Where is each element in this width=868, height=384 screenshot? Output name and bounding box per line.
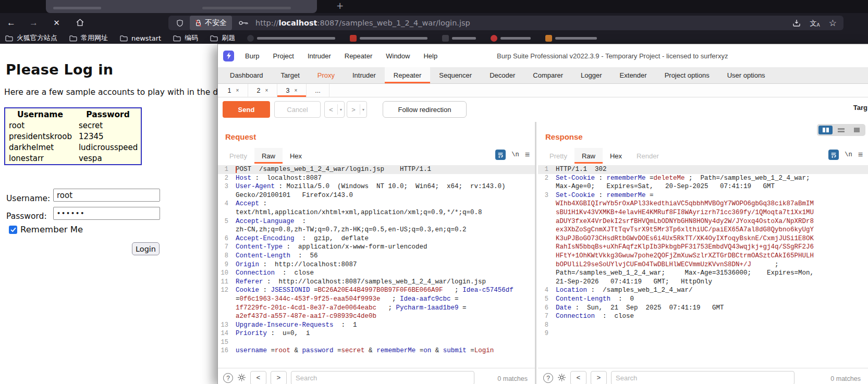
bookmark-item[interactable]: 常用网址 bbox=[69, 33, 108, 43]
view-tab-hex[interactable]: Hex bbox=[603, 148, 629, 164]
translate-icon[interactable]: 文A bbox=[810, 20, 820, 27]
line-text: ex3XbZoSgCnmXJTtTqvTsrX9t5Mr3Tp6xlthiUC/… bbox=[552, 226, 814, 234]
home-button[interactable] bbox=[72, 15, 88, 30]
url-bar[interactable]: 不安全 http://localhost:8087/samples_web_1_… bbox=[168, 16, 843, 30]
previous-request-button[interactable]: <▼ bbox=[324, 101, 345, 118]
bookmark-label: newstart bbox=[131, 34, 161, 42]
tab-logger[interactable]: Logger bbox=[572, 67, 610, 83]
tab-user-options[interactable]: User options bbox=[718, 67, 774, 83]
tab-repeater[interactable]: Repeater bbox=[385, 67, 430, 83]
repeater-tab-...[interactable]: ... bbox=[307, 84, 329, 97]
view-tab-raw[interactable]: Raw bbox=[254, 148, 283, 164]
view-tab-pretty[interactable]: Pretty bbox=[542, 148, 574, 164]
repeater-tab-label: 1 bbox=[228, 87, 231, 94]
view-tab-render[interactable]: Render bbox=[629, 148, 666, 164]
close-tab-icon[interactable]: × bbox=[265, 88, 268, 93]
remember-me-checkbox[interactable] bbox=[9, 226, 17, 234]
search-next-button[interactable]: > bbox=[271, 371, 287, 384]
menu-icon[interactable]: ≡ bbox=[525, 151, 530, 159]
menu-item-intruder[interactable]: Intruder bbox=[301, 52, 338, 60]
bookmark-fragment[interactable] bbox=[491, 35, 531, 42]
line-text: HTTP/1.1 302 bbox=[552, 165, 607, 174]
menu-item-project[interactable]: Project bbox=[266, 52, 300, 60]
settings-gear-icon[interactable] bbox=[237, 373, 246, 384]
line-text: 1f7229fc-201c-4cd1-8e37-a7de0064eabc ; P… bbox=[232, 304, 467, 313]
tab-proxy[interactable]: Proxy bbox=[309, 67, 344, 83]
tab-target[interactable]: Target bbox=[272, 67, 309, 83]
newline-toggle[interactable]: \n bbox=[511, 151, 519, 158]
request-search-input[interactable] bbox=[291, 371, 474, 384]
close-tab-icon[interactable]: × bbox=[236, 88, 239, 93]
request-editor[interactable]: 1POST /samples_web_1_2_4_war/login.jsp H… bbox=[218, 164, 535, 368]
view-tab-raw[interactable]: Raw bbox=[574, 148, 603, 164]
search-prev-button[interactable]: < bbox=[250, 371, 266, 384]
line-text: Upgrade-Insecure-Requests : 1 bbox=[232, 321, 357, 330]
bookmark-item[interactable]: 火狐官方站点 bbox=[5, 33, 57, 43]
bookmark-fragment[interactable] bbox=[247, 35, 335, 42]
menu-item-help[interactable]: Help bbox=[417, 52, 444, 60]
tab-sequencer[interactable]: Sequencer bbox=[430, 67, 481, 83]
response-editor[interactable]: 1HTTP/1.1 3022Set-Cookie : rememberMe =d… bbox=[538, 164, 868, 368]
repeater-tab-2[interactable]: 2× bbox=[248, 84, 277, 97]
password-field[interactable] bbox=[53, 207, 160, 220]
line-text: K3uPJBoGO73CHsdRtbGWvDOEs6i4Ux5RkTT/XK4O… bbox=[552, 234, 814, 243]
search-prev-button[interactable]: < bbox=[570, 371, 586, 384]
insecure-connection-chip[interactable]: 不安全 bbox=[190, 16, 232, 30]
shield-icon[interactable] bbox=[176, 19, 184, 28]
line-number: 3 bbox=[538, 191, 552, 200]
save-page-icon[interactable] bbox=[792, 18, 801, 28]
bookmark-item[interactable]: newstart bbox=[120, 34, 161, 42]
menu-item-repeater[interactable]: Repeater bbox=[338, 52, 379, 60]
repeater-tab-1[interactable]: 1× bbox=[219, 84, 248, 97]
word-wrap-icon[interactable] bbox=[828, 150, 839, 160]
tab-dashboard[interactable]: Dashboard bbox=[221, 67, 272, 83]
view-tab-hex[interactable]: Hex bbox=[283, 148, 309, 164]
intro-text: Here are a few sample accounts to play w… bbox=[4, 88, 223, 97]
follow-redirection-button[interactable]: Follow redirection bbox=[383, 101, 467, 118]
line-number bbox=[538, 182, 552, 191]
bookmark-item[interactable]: 编码 bbox=[173, 33, 198, 43]
line-text: Max-Age=0; Expires=Sat, 20-Sep-2025 07:4… bbox=[552, 182, 775, 191]
bookmark-fragment[interactable] bbox=[350, 35, 427, 42]
login-button[interactable]: Login bbox=[132, 242, 160, 255]
next-request-button[interactable]: >▼ bbox=[347, 101, 367, 118]
tab-extender[interactable]: Extender bbox=[611, 67, 656, 83]
bookmark-star-icon[interactable]: ☆ bbox=[829, 18, 837, 28]
new-tab-button[interactable]: + bbox=[336, 1, 344, 11]
settings-gear-icon[interactable] bbox=[557, 373, 566, 384]
dropdown-caret-icon[interactable]: ▼ bbox=[360, 108, 366, 112]
bookmark-item[interactable]: 刷题 bbox=[210, 33, 235, 43]
username-field[interactable] bbox=[53, 189, 160, 202]
editor-line: 14Priority : u=0, i bbox=[218, 329, 535, 338]
url-text[interactable]: http://localhost:8087/samples_web_1_2_4_… bbox=[255, 19, 470, 27]
close-tab-icon[interactable]: × bbox=[295, 88, 298, 93]
tab-comparer[interactable]: Comparer bbox=[524, 67, 572, 83]
response-search-input[interactable] bbox=[611, 371, 794, 384]
line-number: 9 bbox=[218, 261, 232, 269]
menu-item-window[interactable]: Window bbox=[379, 52, 417, 60]
send-button[interactable]: Send bbox=[223, 101, 270, 118]
menu-item-burp[interactable]: Burp bbox=[238, 52, 266, 60]
back-button[interactable]: ← bbox=[3, 15, 19, 30]
word-wrap-icon[interactable] bbox=[495, 150, 506, 160]
tab-project-options[interactable]: Project options bbox=[656, 67, 718, 83]
tab-decoder[interactable]: Decoder bbox=[481, 67, 524, 83]
repeater-tab-3[interactable]: 3× bbox=[277, 84, 307, 97]
editor-line: 2Host : localhost:8087 bbox=[218, 174, 535, 183]
browser-tab[interactable] bbox=[46, 0, 317, 13]
search-next-button[interactable]: > bbox=[591, 371, 607, 384]
newline-toggle[interactable]: \n bbox=[845, 151, 852, 158]
line-text: User-Agent : Mozilla/5.0 (Windows NT 10.… bbox=[232, 182, 506, 191]
key-icon[interactable] bbox=[238, 19, 249, 27]
cancel-button[interactable]: Cancel bbox=[274, 101, 321, 118]
stop-button[interactable]: ✕ bbox=[48, 15, 65, 30]
menu-icon[interactable]: ≡ bbox=[858, 151, 863, 159]
tab-intruder[interactable]: Intruder bbox=[344, 67, 385, 83]
forward-button[interactable]: → bbox=[26, 15, 42, 30]
bookmark-fragment[interactable] bbox=[442, 35, 476, 42]
help-icon[interactable]: ? bbox=[223, 373, 233, 383]
view-tab-pretty[interactable]: Pretty bbox=[222, 148, 254, 164]
bookmark-fragment[interactable] bbox=[545, 35, 597, 42]
dropdown-caret-icon[interactable]: ▼ bbox=[338, 108, 344, 112]
help-icon[interactable]: ? bbox=[543, 373, 553, 383]
